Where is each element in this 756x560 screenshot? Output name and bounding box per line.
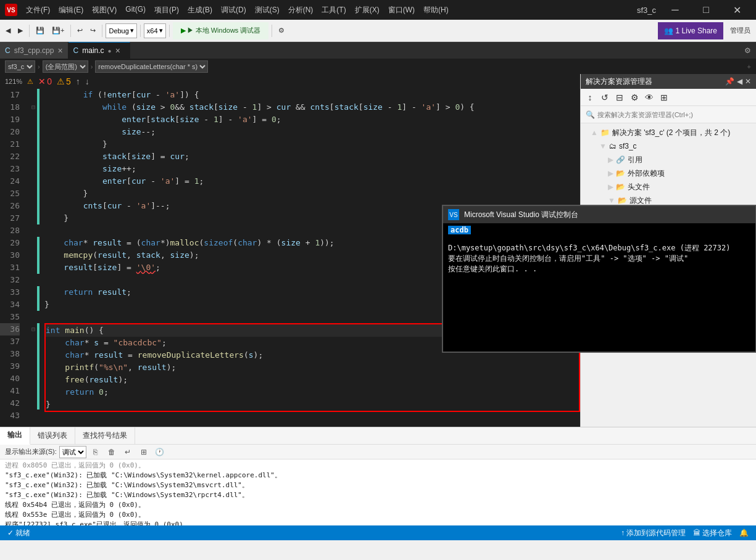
console-app-icon: VS <box>448 209 459 220</box>
minimize-button[interactable]: ─ <box>661 0 689 20</box>
tab-sf3-cpp[interactable]: C sf3_cpp.cpp × <box>0 42 69 59</box>
menu-help[interactable]: 帮助(H) <box>420 4 452 17</box>
status-notification[interactable]: 🔔 <box>737 528 751 538</box>
ln-30: 30 <box>0 249 20 261</box>
ln-41: 41 <box>0 385 20 397</box>
tab-main-c[interactable]: C main.c ● × <box>69 42 130 59</box>
output-tab-output-label: 输出 <box>7 430 22 440</box>
menu-window[interactable]: 窗口(W) <box>384 4 418 17</box>
breadcrumb-expand[interactable]: + <box>747 63 751 70</box>
manage-button[interactable]: 管理员 <box>727 22 754 39</box>
debug-config-dropdown[interactable]: Debug ▾ <box>106 23 136 38</box>
menu-analyze[interactable]: 分析(N) <box>285 4 317 17</box>
output-tabs: 输出 错误列表 查找符号结果 <box>0 427 756 445</box>
tree-external-deps[interactable]: ▶ 📂 外部依赖项 <box>581 167 756 180</box>
se-filter-button[interactable]: ⊞ <box>657 91 671 104</box>
ln-19: 19 <box>0 113 20 126</box>
line-numbers: 17 18 19 20 21 22 23 24 25 26 27 28 29 3… <box>0 89 25 427</box>
se-properties-button[interactable]: ⚙ <box>628 91 641 104</box>
menu-project[interactable]: 项目(P) <box>151 4 183 17</box>
output-clear-btn[interactable]: 🗑 <box>105 445 118 459</box>
forward-button[interactable]: ▶ <box>15 22 26 39</box>
se-search-icon: 🔍 <box>586 110 595 119</box>
breadcrumb-arrow-2: › <box>91 63 93 70</box>
toolbar: ◀ ▶ 💾 💾+ ↩ ↪ Debug ▾ x64 ▾ ▶ ▶ 本地 Window… <box>0 20 756 42</box>
ln-23: 23 <box>0 163 20 175</box>
tree-references[interactable]: ▶ 🔗 引用 <box>581 153 756 167</box>
output-time-btn[interactable]: 🕐 <box>153 445 167 459</box>
menu-file[interactable]: 文件(F) <box>22 4 54 17</box>
manage-label: 管理员 <box>730 26 750 35</box>
tree-ref-label: 引用 <box>628 155 642 165</box>
bell-icon: 🔔 <box>739 529 749 537</box>
output-source-select[interactable]: 调试 <box>59 446 86 458</box>
se-refresh-button[interactable]: ↺ <box>598 91 612 104</box>
run-debugger-button[interactable]: ▶ ▶ 本地 Windows 调试器 <box>173 22 269 39</box>
menu-git[interactable]: Git(G) <box>122 4 149 17</box>
tab-main-c-close[interactable]: × <box>115 46 120 56</box>
maximize-button[interactable]: □ <box>692 0 720 20</box>
code-line-41: return 0; <box>46 386 579 398</box>
status-add-source[interactable]: ↑ 添加到源代码管理 <box>618 528 688 538</box>
save-button[interactable]: 💾 <box>33 22 48 39</box>
se-toolbar: ↕ ↺ ⊟ ⚙ 👁 ⊞ <box>581 89 756 106</box>
tree-header-files[interactable]: ▶ 📂 头文件 <box>581 180 756 194</box>
back-button[interactable]: ◀ <box>2 22 14 39</box>
output-wrap-btn[interactable]: ↵ <box>121 445 135 459</box>
tree-sf3c-project[interactable]: ▼ 🗂 sf3_c <box>581 139 756 153</box>
output-filter-btn[interactable]: ⊞ <box>137 445 151 459</box>
code-line-39: printf("%s\n", result); <box>46 361 579 374</box>
se-close-icon[interactable]: ✕ <box>745 77 751 86</box>
menu-test[interactable]: 测试(S) <box>251 4 283 17</box>
ln-40: 40 <box>0 373 20 385</box>
status-select-repo[interactable]: 🏛 选择仓库 <box>691 528 734 538</box>
console-output-1: D:\mysetup\gopath\src\dsy\sf3_c\x64\Debu… <box>448 243 750 253</box>
ln-42: 42 <box>0 397 20 410</box>
close-button[interactable]: ✕ <box>723 0 751 20</box>
redo-button[interactable]: ↪ <box>87 22 99 39</box>
se-preview-button[interactable]: 👁 <box>642 91 656 104</box>
ln-39: 39 <box>0 360 20 373</box>
output-toolbar: 显示输出来源(S): 调试 ⎘ 🗑 ↵ ⊞ 🕐 <box>0 445 756 459</box>
warning-count[interactable]: ⚠ 5 <box>57 76 71 86</box>
menu-extensions[interactable]: 扩展(X) <box>351 4 383 17</box>
menu-tools[interactable]: 工具(T) <box>318 4 349 17</box>
output-tab-errors[interactable]: 错误列表 <box>30 427 75 445</box>
run-label: ▶ 本地 Windows 调试器 <box>187 26 261 35</box>
output-tab-output[interactable]: 输出 <box>0 427 30 445</box>
menu-edit[interactable]: 编辑(E) <box>55 4 87 17</box>
save-all-button[interactable]: 💾+ <box>49 22 67 39</box>
nav-up-button[interactable]: ↑ <box>76 76 80 86</box>
project-dropdown[interactable]: sf3_c <box>5 60 35 73</box>
zoom-level: 121% <box>5 78 22 85</box>
tab-settings-button[interactable]: ⚙ <box>739 42 756 59</box>
nav-down-button[interactable]: ↓ <box>85 76 89 86</box>
error-count[interactable]: ✕ 0 <box>38 76 52 86</box>
se-sync-button[interactable]: ↕ <box>583 91 597 104</box>
output-line-6: 线程 0x553e 已退出，返回值为 0 (0x0)。 <box>5 510 751 520</box>
function-dropdown[interactable]: removeDuplicateLetters(char * s) <box>95 60 208 73</box>
toolbar-misc-btn[interactable]: ⚙ <box>275 22 288 39</box>
ln-31: 31 <box>0 261 20 274</box>
se-arrow-icon[interactable]: ◀ <box>737 77 742 86</box>
toolbar-sep-2 <box>70 25 71 37</box>
se-collapse-button[interactable]: ⊟ <box>613 91 626 104</box>
output-copy-btn[interactable]: ⎘ <box>89 445 102 459</box>
undo-button[interactable]: ↩ <box>74 22 86 39</box>
platform-dropdown[interactable]: x64 ▾ <box>144 23 166 38</box>
tree-solution[interactable]: ▲ 📁 解决方案 'sf3_c' (2 个项目，共 2 个) <box>581 126 756 139</box>
menu-build[interactable]: 生成(B) <box>184 4 216 17</box>
run-icon: ▶ <box>181 27 186 35</box>
code-line-20: size--; <box>44 126 580 138</box>
scope-dropdown[interactable]: (全局范围) <box>43 60 88 73</box>
output-tab-errors-label: 错误列表 <box>38 430 67 441</box>
tab-sf3-cpp-close[interactable]: × <box>57 46 62 56</box>
live-share-button[interactable]: 👥 1 Live Share <box>658 22 723 39</box>
se-pin-icon[interactable]: 📌 <box>725 77 734 86</box>
menu-view[interactable]: 视图(V) <box>88 4 120 17</box>
menu-debug[interactable]: 调试(D) <box>217 4 250 17</box>
status-ready[interactable]: ✓ 就绪 <box>5 528 33 538</box>
output-tab-find[interactable]: 查找符号结果 <box>75 427 135 445</box>
ln-29: 29 <box>0 237 20 249</box>
se-search-input[interactable] <box>597 111 751 118</box>
